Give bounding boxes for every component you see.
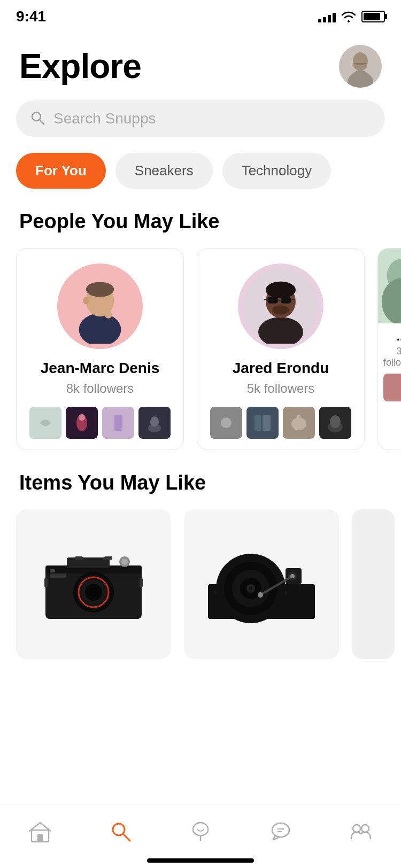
tab-for-you[interactable]: For You [16, 153, 106, 189]
search-icon [30, 110, 45, 127]
svg-point-61 [249, 587, 252, 590]
person-name-2: Jared Erondu [210, 360, 351, 377]
person-thumbnails-1 [29, 407, 171, 439]
status-bar: 9:41 [0, 0, 401, 29]
svg-point-46 [89, 588, 98, 596]
svg-point-34 [330, 415, 341, 428]
search-input[interactable]: Search Snupps [53, 110, 156, 127]
svg-rect-23 [281, 297, 291, 304]
wifi-icon [341, 11, 356, 22]
thumb-1-3 [102, 407, 134, 439]
nav-messages[interactable] [269, 819, 292, 843]
svg-rect-15 [114, 415, 122, 431]
filter-tabs: For You Sneakers Technology [0, 153, 401, 210]
svg-line-5 [40, 120, 44, 125]
battery-icon [361, 11, 385, 22]
thumb-partial [383, 374, 401, 401]
svg-line-70 [124, 834, 130, 841]
svg-point-4 [32, 112, 41, 121]
nav-snupps[interactable] [189, 819, 212, 843]
partial-name: ... [378, 323, 401, 346]
status-icons [318, 11, 385, 22]
user-avatar[interactable] [339, 45, 382, 88]
camera-image [35, 536, 152, 632]
messages-icon [269, 819, 292, 843]
svg-rect-32 [297, 415, 300, 422]
svg-rect-39 [67, 557, 110, 568]
nav-community[interactable] [349, 819, 373, 843]
tab-sneakers[interactable]: Sneakers [115, 153, 213, 189]
thumb-2-4 [319, 407, 351, 439]
svg-point-76 [361, 825, 369, 832]
thumb-1-4 [138, 407, 171, 439]
home-indicator [147, 858, 254, 863]
tab-technology[interactable]: Technology [222, 153, 331, 189]
home-icon [28, 819, 52, 843]
person-avatar-1 [57, 264, 143, 349]
svg-point-17 [150, 416, 159, 427]
community-icon [349, 819, 373, 843]
thumb-2-3 [283, 407, 315, 439]
signal-icon [318, 11, 336, 22]
items-section-header: Items You May Like [0, 471, 401, 509]
search-nav-icon [109, 819, 132, 843]
svg-rect-40 [75, 556, 83, 560]
svg-point-14 [79, 414, 85, 421]
svg-rect-29 [255, 415, 261, 431]
svg-point-51 [121, 559, 128, 565]
person-card-partial: ... 3k followers [377, 248, 401, 450]
snupps-icon [189, 819, 212, 843]
person-card-1[interactable]: Jean-Marc Denis 8k followers [16, 248, 184, 450]
svg-point-10 [86, 282, 114, 297]
svg-point-72 [272, 823, 289, 837]
people-section-header: People You May Like [0, 210, 401, 248]
svg-point-75 [353, 825, 360, 832]
header: Explore [0, 29, 401, 100]
svg-rect-30 [263, 415, 271, 431]
person-followers-2: 5k followers [210, 381, 351, 396]
page-title: Explore [19, 46, 141, 86]
thumb-1-2 [66, 407, 98, 439]
person-name-1: Jean-Marc Denis [29, 360, 171, 377]
items-scroll [0, 509, 401, 675]
partial-avatar [378, 249, 401, 323]
item-card-turntable[interactable] [184, 509, 339, 659]
person-followers-1: 8k followers [29, 381, 171, 396]
svg-rect-52 [44, 578, 48, 587]
person-card-2[interactable]: Jared Erondu 5k followers [197, 248, 365, 450]
svg-rect-53 [140, 578, 143, 587]
partial-followers: 3k followers [378, 346, 401, 368]
nav-home[interactable] [28, 819, 52, 843]
turntable-image [203, 536, 320, 632]
svg-rect-41 [104, 556, 112, 560]
item-card-camera[interactable] [16, 509, 171, 659]
svg-point-27 [272, 305, 289, 315]
item-card-partial [352, 509, 395, 659]
svg-rect-49 [50, 569, 55, 572]
svg-point-12 [105, 311, 112, 319]
person-thumbnails-2 [210, 407, 351, 439]
svg-rect-68 [37, 834, 43, 842]
svg-point-28 [221, 417, 232, 428]
nav-search[interactable] [109, 819, 132, 843]
search-bar[interactable]: Search Snupps [16, 100, 385, 137]
thumb-2-2 [246, 407, 279, 439]
search-container: Search Snupps [0, 100, 401, 153]
svg-point-21 [266, 282, 296, 299]
people-scroll: Jean-Marc Denis 8k followers [0, 248, 401, 471]
thumb-1-1 [29, 407, 61, 439]
svg-rect-22 [268, 297, 278, 304]
svg-point-36 [382, 278, 401, 323]
svg-point-9 [83, 297, 89, 305]
svg-rect-48 [50, 574, 66, 578]
svg-point-65 [258, 592, 263, 598]
status-time: 9:41 [16, 8, 46, 25]
partial-thumbnails [378, 374, 401, 409]
thumb-2-1 [210, 407, 242, 439]
person-avatar-2 [238, 264, 323, 349]
svg-point-66 [290, 574, 295, 578]
